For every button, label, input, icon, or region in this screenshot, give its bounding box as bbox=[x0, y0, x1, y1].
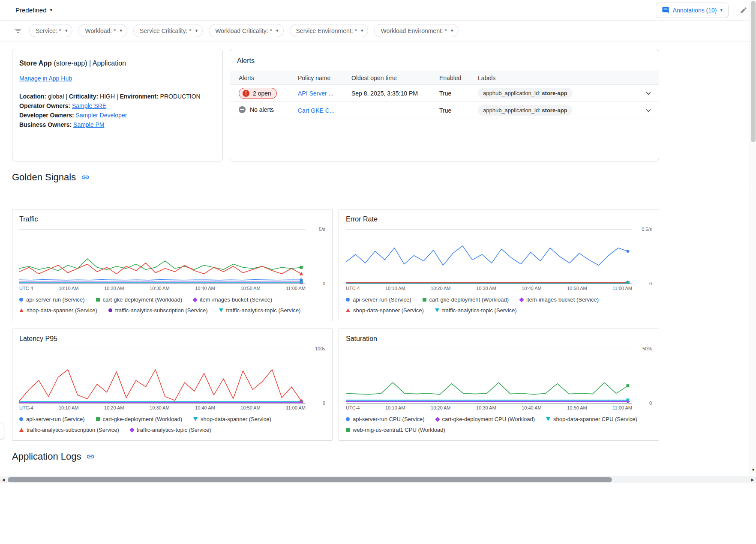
series-label: traffic-analytics-topic (Service) bbox=[442, 307, 517, 314]
series-label: api-server-run (Service) bbox=[353, 296, 411, 303]
x-axis-ticks: UTC-410:10 AM10:20 AM10:30 AM10:40 AM10:… bbox=[346, 405, 632, 410]
latency-p95-chart[interactable] bbox=[19, 349, 306, 404]
x-tick-label: 11:00 AM bbox=[612, 405, 632, 410]
section-title: Application Logs bbox=[12, 451, 81, 462]
x-axis-ticks: UTC-410:10 AM10:20 AM10:30 AM10:40 AM10:… bbox=[346, 286, 632, 291]
legend-item: web-mig-us-central1 CPU (Workload) bbox=[346, 427, 445, 433]
chart-canvas bbox=[19, 349, 306, 403]
annotations-button[interactable]: Annotations (10) ▾ bbox=[656, 3, 729, 18]
scroll-right-arrow[interactable]: ▶ bbox=[749, 478, 756, 482]
series-label: shop-data-spanner (Service) bbox=[201, 416, 271, 422]
side-panel-handle[interactable] bbox=[0, 422, 4, 440]
series-label: cart-gke-deployment CPU (Workload) bbox=[442, 416, 535, 422]
scroll-down-arrow[interactable]: ▼ bbox=[750, 467, 756, 473]
vertical-scrollbar[interactable]: ▼ bbox=[750, 0, 756, 473]
column-header: Labels bbox=[474, 75, 638, 81]
series-label: item-images-bucket (Service) bbox=[526, 296, 599, 303]
legend-item: traffic-analytics-subscription (Service) bbox=[108, 307, 208, 314]
series-label: cart-gke-deployment (Workload) bbox=[103, 296, 182, 303]
owners-list: Operator Owners: Sample SREDeveloper Own… bbox=[19, 101, 216, 129]
x-tick-label: 10:10 AM bbox=[59, 286, 78, 291]
horizontal-scrollbar-track[interactable] bbox=[7, 476, 749, 483]
filter-chip-label: Workload Environment: * bbox=[381, 27, 447, 34]
alerts-table-body: !2 openAPI Server ...Sep 8, 2025, 3:35:1… bbox=[230, 85, 659, 119]
x-tick-label: 10:30 AM bbox=[476, 405, 496, 410]
app-monitoring-dashboard: Predefined ▾ Annotations (10) ▾ Service:… bbox=[0, 0, 756, 468]
filter-chip-5[interactable]: Workload Environment: *▾ bbox=[374, 24, 458, 37]
edit-button[interactable] bbox=[737, 4, 750, 17]
filter-chip-0[interactable]: Service: *▾ bbox=[29, 24, 72, 37]
series-marker-circle bbox=[19, 298, 23, 302]
scroll-left-arrow[interactable]: ◀ bbox=[0, 478, 7, 482]
alerts-card: Alerts AlertsPolicy nameOldest open time… bbox=[230, 49, 659, 161]
x-tick-label: 10:10 AM bbox=[385, 405, 405, 410]
owner-row: Operator Owners: Sample SRE bbox=[19, 101, 216, 111]
x-tick-label: 10:40 AM bbox=[522, 286, 541, 291]
expand-row-button[interactable] bbox=[638, 106, 659, 115]
annotation-icon bbox=[662, 6, 669, 14]
series-marker-circle bbox=[346, 417, 350, 421]
owner-label: Operator Owners: bbox=[19, 102, 72, 109]
expand-row-button[interactable] bbox=[638, 89, 659, 98]
plot-area: 100s 0 UTC-410:10 AM10:20 AM10:30 AM10:4… bbox=[19, 349, 325, 410]
legend-item: item-images-bucket (Service) bbox=[193, 296, 272, 303]
x-tick-label: UTC-4 bbox=[19, 286, 33, 291]
series-label: item-images-bucket (Service) bbox=[200, 296, 272, 303]
policy-name-link[interactable]: API Server ... bbox=[298, 90, 333, 97]
traffic-chart[interactable] bbox=[19, 229, 306, 284]
filter-list-icon bbox=[14, 27, 22, 35]
owner-link[interactable]: Sample PM bbox=[73, 121, 104, 128]
chart-card-saturation: Saturation 50% 0 UTC-410:10 AM10:20 AM10… bbox=[339, 329, 659, 441]
legend-item: api-server-run CPU (Service) bbox=[346, 416, 425, 422]
filter-chip-3[interactable]: Workload Criticality: *▾ bbox=[209, 24, 283, 37]
no-alerts-indicator: No alerts bbox=[239, 106, 274, 113]
series-label: traffic-analytics-subscription (Service) bbox=[27, 427, 119, 433]
view-selector-dropdown[interactable]: Predefined ▾ bbox=[15, 6, 52, 14]
x-tick-label: UTC-4 bbox=[346, 405, 360, 410]
filter-chip-1[interactable]: Workload: *▾ bbox=[78, 24, 127, 37]
series-marker-diamond bbox=[519, 297, 524, 302]
filter-chips: Service: *▾Workload: *▾Service Criticali… bbox=[29, 24, 459, 37]
x-tick-label: 10:20 AM bbox=[104, 286, 124, 291]
error-rate-chart[interactable] bbox=[346, 229, 632, 284]
filter-chip-4[interactable]: Service Environment: *▾ bbox=[290, 24, 369, 37]
y-zero-label: 0 bbox=[634, 401, 652, 406]
label-key: apphub_application_id: bbox=[483, 107, 542, 114]
legend-item: api-server-run (Service) bbox=[19, 416, 85, 422]
chart-legend: api-server-run (Service)cart-gke-deploym… bbox=[19, 296, 325, 314]
chevron-down-icon: ▾ bbox=[50, 8, 53, 12]
policy-name-link[interactable]: Cart GKE C... bbox=[298, 107, 335, 114]
section-link-icon[interactable] bbox=[81, 173, 90, 182]
alert-row: !2 openAPI Server ...Sep 8, 2025, 3:35:1… bbox=[230, 85, 659, 102]
column-header: Alerts bbox=[230, 75, 294, 81]
filter-bar: Service: *▾Workload: *▾Service Criticali… bbox=[0, 21, 756, 42]
x-tick-label: UTC-4 bbox=[346, 286, 360, 291]
column-header: Oldest open time bbox=[348, 75, 436, 81]
x-tick-label: 10:30 AM bbox=[150, 405, 169, 410]
x-tick-label: 10:20 AM bbox=[431, 405, 450, 410]
vertical-scrollbar-thumb[interactable] bbox=[751, 1, 756, 142]
labels-cell: apphub_application_id: store-app bbox=[474, 105, 638, 116]
manage-in-app-hub-link[interactable]: Manage in App Hub bbox=[19, 75, 72, 82]
x-tick-label: 11:00 AM bbox=[286, 286, 306, 291]
series-label: api-server-run (Service) bbox=[26, 416, 85, 422]
series-marker-triangle-up bbox=[346, 308, 350, 312]
error-icon: ! bbox=[243, 90, 249, 97]
saturation-chart[interactable] bbox=[346, 349, 632, 404]
meta-value: PRODUCTION bbox=[159, 93, 201, 100]
owner-link[interactable]: Sampler Developer bbox=[76, 112, 127, 119]
section-link-icon[interactable] bbox=[86, 452, 95, 461]
filter-chip-2[interactable]: Service Criticality: *▾ bbox=[133, 24, 203, 37]
horizontal-scrollbar[interactable]: ◀ ▶ bbox=[0, 476, 756, 483]
owner-link[interactable]: Sample SRE bbox=[72, 102, 106, 109]
legend-item: shop-data-spanner CPU (Service) bbox=[546, 416, 637, 422]
x-tick-label: 10:40 AM bbox=[522, 405, 541, 410]
chart-legend: api-server-run (Service)cart-gke-deploym… bbox=[19, 416, 325, 433]
x-tick-label: 10:30 AM bbox=[150, 286, 169, 291]
horizontal-scrollbar-thumb[interactable] bbox=[8, 477, 612, 482]
open-alerts-badge[interactable]: !2 open bbox=[239, 88, 277, 99]
alerts-table-header: AlertsPolicy nameOldest open timeEnabled… bbox=[230, 71, 659, 85]
y-max-label: 100s bbox=[307, 346, 325, 351]
label-chip: apphub_application_id: store-app bbox=[478, 105, 573, 116]
filter-chip-label: Workload Criticality: * bbox=[215, 27, 272, 34]
